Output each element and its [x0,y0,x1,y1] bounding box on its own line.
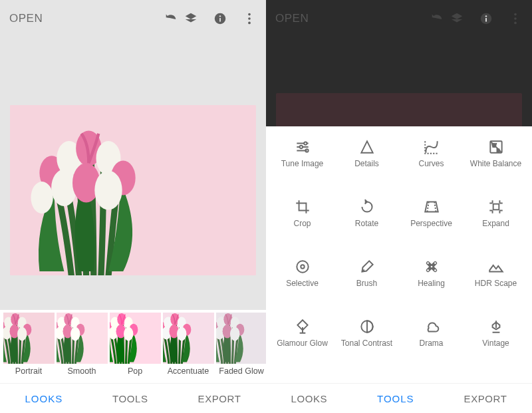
tab-looks[interactable]: LOOKS [291,393,327,404]
tool-tonal-contrast[interactable]: Tonal Contrast [334,314,399,374]
look-item-smooth[interactable]: Smooth [56,313,108,376]
dimmed-photo-hint [276,93,522,126]
tool-label: Details [354,160,379,169]
right-screenshot: OPEN Tune ImageDetailsCurvesWhite Balanc… [266,0,532,413]
tune-icon [294,138,311,156]
tool-label: Perspective [410,219,452,229]
tool-label: Rotate [355,219,378,229]
open-button[interactable]: OPEN [9,12,164,25]
looks-strip: Portrait Smooth Pop Accentuate Faded Glo… [0,310,266,383]
tool-healing[interactable]: Healing [399,254,464,314]
drama-icon [423,318,440,335]
hdr-icon [487,258,505,275]
tool-details[interactable]: Details [334,134,399,194]
glamour-icon [294,318,311,335]
tab-tools[interactable]: TOOLS [112,393,148,404]
look-item-faded-glow[interactable]: Faded Glow [215,313,266,376]
look-item-accentuate[interactable]: Accentuate [162,313,214,376]
tool-label: Tonal Contrast [341,339,392,348]
tool-label: HDR Scape [475,279,517,289]
tonal-icon [358,318,376,335]
tool-label: Crop [293,219,311,229]
tool-crop[interactable]: Crop [270,194,334,254]
tool-rotate[interactable]: Rotate [334,194,399,254]
more-icon[interactable] [242,11,257,26]
dimmed-canvas[interactable] [266,37,532,126]
tool-perspective[interactable]: Perspective [399,194,464,254]
left-screenshot: OPEN Portrait Smooth [0,0,266,413]
info-icon[interactable] [213,11,227,26]
topbar-left: OPEN [0,0,266,37]
more-icon [508,11,523,26]
look-label: Faded Glow [219,366,263,376]
tool-label: Healing [418,279,445,289]
undo-icon[interactable] [164,11,178,26]
tool-drama[interactable]: Drama [399,314,464,374]
brush-icon [358,258,376,275]
tool-glamour-glow[interactable]: Glamour Glow [270,314,334,374]
tool-hdr-scape[interactable]: HDR Scape [464,254,528,314]
tool-label: Tune Image [281,160,324,169]
image-canvas[interactable] [0,37,266,310]
tool-expand[interactable]: Expand [464,194,528,254]
tab-export[interactable]: EXPORT [198,393,241,404]
whitebalance-icon [487,138,505,156]
look-item-pop[interactable]: Pop [109,313,161,376]
tool-tune-image[interactable]: Tune Image [270,134,334,194]
tool-label: Selective [286,279,319,289]
selective-icon [294,258,311,275]
tool-label: Glamour Glow [277,339,328,348]
tab-tools[interactable]: TOOLS [377,393,414,404]
look-label: Smooth [67,366,96,376]
tab-export[interactable]: EXPORT [464,393,507,404]
look-label: Accentuate [168,366,209,376]
tool-curves[interactable]: Curves [399,134,464,194]
tool-label: White Balance [470,160,521,169]
crop-icon [294,198,311,215]
look-label: Portrait [15,366,42,376]
tool-label: Drama [419,339,443,348]
vintage-icon [487,318,505,335]
tool-vintage[interactable]: Vintage [464,314,528,374]
look-item-portrait[interactable]: Portrait [3,313,55,376]
tools-grid: Tune ImageDetailsCurvesWhite BalanceCrop… [266,126,532,383]
tool-label: Expand [482,219,509,229]
tab-looks[interactable]: LOOKS [25,393,63,404]
perspective-icon [423,198,440,215]
expand-icon [487,198,505,215]
layers-icon [450,11,464,26]
info-icon [479,11,493,26]
curves-icon [423,138,440,156]
tool-label: Brush [356,279,377,289]
topbar-right: OPEN [266,0,532,37]
tool-label: Vintage [482,339,509,348]
tool-selective[interactable]: Selective [270,254,334,314]
bottom-tabs-right: LOOKS TOOLS EXPORT [266,383,532,413]
tool-brush[interactable]: Brush [334,254,399,314]
open-button: OPEN [275,12,430,25]
bottom-tabs-left: LOOKS TOOLS EXPORT [0,383,266,413]
undo-icon [430,11,444,26]
tool-label: Curves [418,160,444,169]
layers-icon[interactable] [184,11,198,26]
healing-icon [423,258,440,275]
details-icon [358,138,376,156]
rotate-icon [358,198,376,215]
edited-photo [10,105,256,275]
look-label: Pop [128,366,142,376]
tool-white-balance[interactable]: White Balance [464,134,528,194]
